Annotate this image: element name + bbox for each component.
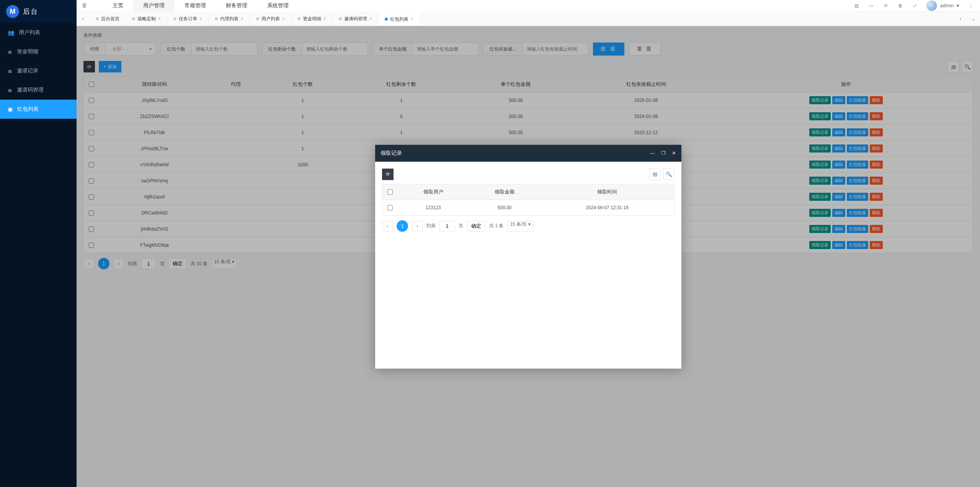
topmenu-user-manage[interactable]: 用户管理 [133,0,175,11]
sidebar-item-label: 红包列表 [17,106,39,113]
tab-invite-code[interactable]: 邀请码管理× [333,12,379,26]
tab-home[interactable]: 后台首页 [90,12,126,26]
close-icon[interactable]: × [241,16,243,21]
dialog-pager-total-value: 1 [495,223,498,228]
sidebar-toggle-button[interactable]: ☰ [77,0,92,11]
dlg-col-time: 领取时间 [540,184,674,200]
topmenu-general-manage[interactable]: 常规管理 [175,0,216,11]
dialog-pager-page-input[interactable] [439,221,455,231]
claim-record-dialog: 领取记录 — ❐ ✕ ⟳ ▤ 🔍 [375,145,681,369]
tab-label: 邀请码管理 [344,16,367,22]
tab-menu-button[interactable]: ⌄ [967,11,980,26]
chevron-down-icon: ▾ [528,221,531,227]
dlg-col-amount: 领取金额 [469,184,540,200]
tab-dot-icon [215,17,218,20]
card-icon[interactable]: ▭ [868,3,874,9]
tab-task-order[interactable]: 任务订单× [167,12,209,26]
sidebar-item-user-list[interactable]: 👥 用户列表 [0,23,77,42]
dialog-search-button[interactable]: 🔍 [663,169,675,180]
modal-mask: 领取记录 — ❐ ✕ ⟳ ▤ 🔍 [77,26,980,487]
list-icon: ≣ [8,49,12,55]
dialog-pager-per-page-value: 15 条/页 [510,221,527,227]
dialog-close-button[interactable]: ✕ [672,150,676,156]
dialog-pager-next[interactable]: › [412,221,423,231]
sidebar-item-fund-detail[interactable]: ≣ 资金明细 [0,42,77,61]
more-icon[interactable]: ⋮ [968,3,974,9]
tab-strategy[interactable]: 策略定制× [126,12,167,26]
dialog-title: 领取记录 [381,150,402,157]
topmenu-finance-manage[interactable]: 财务管理 [216,0,257,11]
close-icon[interactable]: × [199,16,202,21]
sidebar: M 后台 👥 用户列表 ≣ 资金明细 ≣ 邀请记录 ≣ 邀请码管理 ▣ 红包列表 [0,0,77,487]
close-icon[interactable]: × [282,16,285,21]
chevron-down-icon: ▾ [957,3,959,8]
tab-scroll-right[interactable]: › [954,11,967,26]
tab-dot-icon [132,17,135,20]
content-area: 条件搜索 代理 - 全部 - ▾ 红包个数 红包剩余个数 [77,26,980,487]
refresh-icon[interactable]: ⟳ [883,3,889,9]
users-icon: 👥 [8,30,14,36]
tab-dot-icon [256,17,259,20]
cell-time: 2024-06-07 12:31:19 [540,200,674,215]
close-icon[interactable]: × [323,16,326,21]
close-icon[interactable]: × [158,16,161,21]
tab-dot-icon [297,17,301,20]
search-icon: 🔍 [666,171,672,177]
sidebar-item-invite-code[interactable]: ≣ 邀请码管理 [0,80,77,100]
sidebar-item-label: 邀请记录 [17,67,38,74]
tab-label: 代理列表 [220,16,238,22]
dialog-columns-button[interactable]: ▤ [649,169,661,180]
table-row: 123123 500.00 2024-06-07 12:31:19 [382,200,675,215]
list-icon: ≣ [8,68,12,74]
dialog-maximize-button[interactable]: ❐ [661,150,666,156]
dialog-pager-page-unit: 页 [459,223,463,229]
cell-user: 123123 [398,200,469,215]
tab-user-list[interactable]: 用户列表× [250,12,291,26]
brand-block: M 后台 [0,0,77,23]
dialog-pager-prev[interactable]: ‹ [382,221,393,231]
dialog-minimize-button[interactable]: — [650,150,655,156]
dialog-pager-total-suffix: 条 [499,223,503,228]
tab-red-packet-list[interactable]: 红包列表× [379,12,420,26]
sidebar-item-invite-record[interactable]: ≣ 邀请记录 [0,61,77,80]
dialog-row-checkbox[interactable] [387,205,393,210]
chart-icon[interactable]: ▥ [854,3,860,9]
claim-record-table: 领取用户 领取金额 领取时间 123123 500.00 [382,184,675,216]
tab-label: 策略定制 [137,16,156,22]
tab-label: 任务订单 [179,16,197,22]
sidebar-item-red-packet-list[interactable]: ▣ 红包列表 [0,100,77,119]
avatar [926,0,937,11]
tab-dot-icon [173,17,176,20]
fullscreen-icon[interactable]: ⤢ [912,3,918,9]
trash-icon[interactable]: 🗑 [897,3,903,9]
tab-label: 用户列表 [261,16,280,22]
close-icon[interactable]: × [411,16,413,22]
refresh-icon: ⟳ [386,171,390,177]
brand-title: 后台 [23,7,38,16]
account-menu[interactable]: admin ▾ [926,0,959,11]
dialog-pager-current[interactable]: 1 [397,220,408,232]
topmenu-system-manage[interactable]: 系统管理 [257,0,299,11]
dialog-titlebar: 领取记录 — ❐ ✕ [375,145,681,162]
tab-scroll-left[interactable]: ‹ [77,11,90,26]
brand-logo: M [6,5,19,18]
columns-icon: ▤ [653,171,657,177]
grid-icon: ▣ [8,106,13,112]
dialog-refresh-button[interactable]: ⟳ [382,169,394,180]
dialog-pager: ‹ 1 › 到第 页 确定 共 1 条 [382,220,675,232]
dialog-pager-per-page-select[interactable]: 15 条/页 ▾ [507,221,533,231]
tab-fund-detail[interactable]: 资金明细× [291,12,333,26]
topmenu-home[interactable]: 主页 [103,0,133,11]
close-icon[interactable]: × [369,16,372,21]
tab-dot-icon [96,17,99,20]
dialog-pager-confirm-button[interactable]: 确定 [467,221,485,231]
dialog-pager-to-label: 到第 [426,223,436,229]
tab-dot-icon [385,18,388,21]
hamburger-icon: ☰ [82,3,87,8]
tab-bar: ‹ 后台首页 策略定制× 任务订单× 代理列表× 用户列表× 资金明细× 邀请码… [77,11,980,26]
tab-dot-icon [339,17,342,20]
dialog-select-all-checkbox[interactable] [387,189,393,195]
tab-label: 资金明细 [303,16,321,22]
tab-agent-list[interactable]: 代理列表× [209,12,250,26]
sidebar-item-label: 资金明细 [17,48,38,55]
